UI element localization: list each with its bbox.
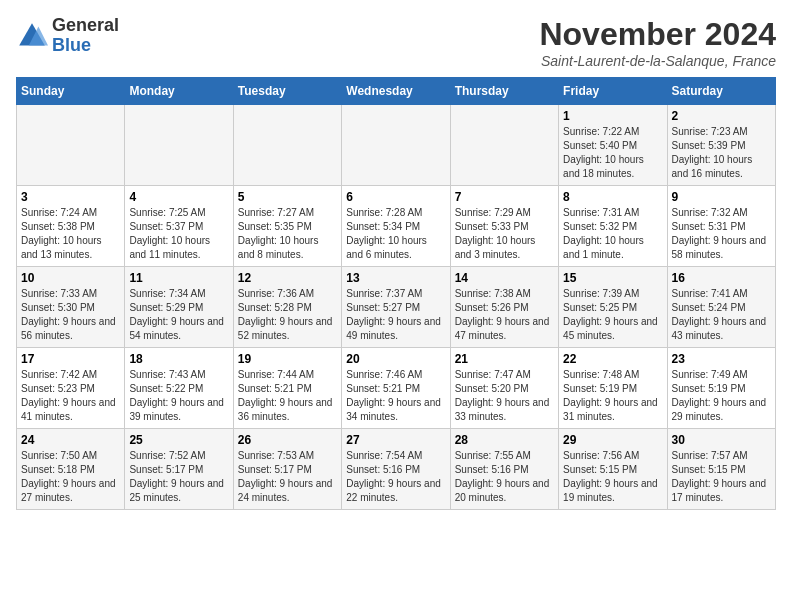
calendar-table: SundayMondayTuesdayWednesdayThursdayFrid…: [16, 77, 776, 510]
calendar-cell: 8Sunrise: 7:31 AM Sunset: 5:32 PM Daylig…: [559, 186, 667, 267]
weekday-header-thursday: Thursday: [450, 78, 558, 105]
day-info: Sunrise: 7:31 AM Sunset: 5:32 PM Dayligh…: [563, 206, 662, 262]
calendar-cell: 28Sunrise: 7:55 AM Sunset: 5:16 PM Dayli…: [450, 429, 558, 510]
day-info: Sunrise: 7:28 AM Sunset: 5:34 PM Dayligh…: [346, 206, 445, 262]
calendar-header: SundayMondayTuesdayWednesdayThursdayFrid…: [17, 78, 776, 105]
day-number: 5: [238, 190, 337, 204]
day-info: Sunrise: 7:27 AM Sunset: 5:35 PM Dayligh…: [238, 206, 337, 262]
calendar-cell: 23Sunrise: 7:49 AM Sunset: 5:19 PM Dayli…: [667, 348, 775, 429]
day-info: Sunrise: 7:23 AM Sunset: 5:39 PM Dayligh…: [672, 125, 771, 181]
weekday-header-tuesday: Tuesday: [233, 78, 341, 105]
day-info: Sunrise: 7:25 AM Sunset: 5:37 PM Dayligh…: [129, 206, 228, 262]
day-number: 17: [21, 352, 120, 366]
calendar-week-3: 10Sunrise: 7:33 AM Sunset: 5:30 PM Dayli…: [17, 267, 776, 348]
day-number: 25: [129, 433, 228, 447]
day-info: Sunrise: 7:49 AM Sunset: 5:19 PM Dayligh…: [672, 368, 771, 424]
calendar-week-1: 1Sunrise: 7:22 AM Sunset: 5:40 PM Daylig…: [17, 105, 776, 186]
day-info: Sunrise: 7:56 AM Sunset: 5:15 PM Dayligh…: [563, 449, 662, 505]
calendar-cell: 3Sunrise: 7:24 AM Sunset: 5:38 PM Daylig…: [17, 186, 125, 267]
calendar-cell: 29Sunrise: 7:56 AM Sunset: 5:15 PM Dayli…: [559, 429, 667, 510]
day-number: 18: [129, 352, 228, 366]
calendar-cell: 6Sunrise: 7:28 AM Sunset: 5:34 PM Daylig…: [342, 186, 450, 267]
day-info: Sunrise: 7:46 AM Sunset: 5:21 PM Dayligh…: [346, 368, 445, 424]
day-info: Sunrise: 7:42 AM Sunset: 5:23 PM Dayligh…: [21, 368, 120, 424]
calendar-cell: 4Sunrise: 7:25 AM Sunset: 5:37 PM Daylig…: [125, 186, 233, 267]
weekday-header-sunday: Sunday: [17, 78, 125, 105]
location: Saint-Laurent-de-la-Salanque, France: [539, 53, 776, 69]
day-number: 8: [563, 190, 662, 204]
day-info: Sunrise: 7:29 AM Sunset: 5:33 PM Dayligh…: [455, 206, 554, 262]
calendar-cell: 27Sunrise: 7:54 AM Sunset: 5:16 PM Dayli…: [342, 429, 450, 510]
day-info: Sunrise: 7:38 AM Sunset: 5:26 PM Dayligh…: [455, 287, 554, 343]
calendar-cell: 21Sunrise: 7:47 AM Sunset: 5:20 PM Dayli…: [450, 348, 558, 429]
day-info: Sunrise: 7:50 AM Sunset: 5:18 PM Dayligh…: [21, 449, 120, 505]
calendar-cell: 5Sunrise: 7:27 AM Sunset: 5:35 PM Daylig…: [233, 186, 341, 267]
day-info: Sunrise: 7:48 AM Sunset: 5:19 PM Dayligh…: [563, 368, 662, 424]
weekday-header-friday: Friday: [559, 78, 667, 105]
calendar-week-4: 17Sunrise: 7:42 AM Sunset: 5:23 PM Dayli…: [17, 348, 776, 429]
day-info: Sunrise: 7:54 AM Sunset: 5:16 PM Dayligh…: [346, 449, 445, 505]
day-info: Sunrise: 7:34 AM Sunset: 5:29 PM Dayligh…: [129, 287, 228, 343]
calendar-cell: 16Sunrise: 7:41 AM Sunset: 5:24 PM Dayli…: [667, 267, 775, 348]
day-info: Sunrise: 7:24 AM Sunset: 5:38 PM Dayligh…: [21, 206, 120, 262]
calendar-cell: 18Sunrise: 7:43 AM Sunset: 5:22 PM Dayli…: [125, 348, 233, 429]
calendar-cell: [342, 105, 450, 186]
calendar-cell: 22Sunrise: 7:48 AM Sunset: 5:19 PM Dayli…: [559, 348, 667, 429]
calendar-cell: 9Sunrise: 7:32 AM Sunset: 5:31 PM Daylig…: [667, 186, 775, 267]
day-number: 26: [238, 433, 337, 447]
logo-icon: [16, 20, 48, 52]
day-number: 20: [346, 352, 445, 366]
day-number: 2: [672, 109, 771, 123]
day-info: Sunrise: 7:53 AM Sunset: 5:17 PM Dayligh…: [238, 449, 337, 505]
calendar-cell: 14Sunrise: 7:38 AM Sunset: 5:26 PM Dayli…: [450, 267, 558, 348]
weekday-header-monday: Monday: [125, 78, 233, 105]
day-number: 28: [455, 433, 554, 447]
day-number: 1: [563, 109, 662, 123]
day-info: Sunrise: 7:57 AM Sunset: 5:15 PM Dayligh…: [672, 449, 771, 505]
day-info: Sunrise: 7:37 AM Sunset: 5:27 PM Dayligh…: [346, 287, 445, 343]
logo: General Blue: [16, 16, 119, 56]
day-number: 13: [346, 271, 445, 285]
calendar-cell: 13Sunrise: 7:37 AM Sunset: 5:27 PM Dayli…: [342, 267, 450, 348]
calendar-cell: [233, 105, 341, 186]
calendar-cell: 17Sunrise: 7:42 AM Sunset: 5:23 PM Dayli…: [17, 348, 125, 429]
calendar-cell: 2Sunrise: 7:23 AM Sunset: 5:39 PM Daylig…: [667, 105, 775, 186]
day-info: Sunrise: 7:52 AM Sunset: 5:17 PM Dayligh…: [129, 449, 228, 505]
day-info: Sunrise: 7:43 AM Sunset: 5:22 PM Dayligh…: [129, 368, 228, 424]
day-number: 23: [672, 352, 771, 366]
calendar-week-5: 24Sunrise: 7:50 AM Sunset: 5:18 PM Dayli…: [17, 429, 776, 510]
calendar-week-2: 3Sunrise: 7:24 AM Sunset: 5:38 PM Daylig…: [17, 186, 776, 267]
day-info: Sunrise: 7:55 AM Sunset: 5:16 PM Dayligh…: [455, 449, 554, 505]
day-number: 11: [129, 271, 228, 285]
month-title: November 2024: [539, 16, 776, 53]
calendar-cell: 10Sunrise: 7:33 AM Sunset: 5:30 PM Dayli…: [17, 267, 125, 348]
calendar-body: 1Sunrise: 7:22 AM Sunset: 5:40 PM Daylig…: [17, 105, 776, 510]
weekday-header-wednesday: Wednesday: [342, 78, 450, 105]
day-number: 3: [21, 190, 120, 204]
day-number: 29: [563, 433, 662, 447]
day-number: 10: [21, 271, 120, 285]
calendar-cell: 7Sunrise: 7:29 AM Sunset: 5:33 PM Daylig…: [450, 186, 558, 267]
calendar-cell: [125, 105, 233, 186]
day-info: Sunrise: 7:39 AM Sunset: 5:25 PM Dayligh…: [563, 287, 662, 343]
calendar-cell: 19Sunrise: 7:44 AM Sunset: 5:21 PM Dayli…: [233, 348, 341, 429]
calendar-cell: 12Sunrise: 7:36 AM Sunset: 5:28 PM Dayli…: [233, 267, 341, 348]
calendar-cell: 20Sunrise: 7:46 AM Sunset: 5:21 PM Dayli…: [342, 348, 450, 429]
day-number: 9: [672, 190, 771, 204]
day-number: 16: [672, 271, 771, 285]
day-info: Sunrise: 7:41 AM Sunset: 5:24 PM Dayligh…: [672, 287, 771, 343]
calendar-cell: 24Sunrise: 7:50 AM Sunset: 5:18 PM Dayli…: [17, 429, 125, 510]
day-number: 15: [563, 271, 662, 285]
day-number: 7: [455, 190, 554, 204]
day-number: 22: [563, 352, 662, 366]
day-number: 24: [21, 433, 120, 447]
title-area: November 2024 Saint-Laurent-de-la-Salanq…: [539, 16, 776, 69]
day-number: 4: [129, 190, 228, 204]
calendar-cell: 11Sunrise: 7:34 AM Sunset: 5:29 PM Dayli…: [125, 267, 233, 348]
day-number: 30: [672, 433, 771, 447]
day-info: Sunrise: 7:47 AM Sunset: 5:20 PM Dayligh…: [455, 368, 554, 424]
calendar-cell: [450, 105, 558, 186]
page-header: General Blue November 2024 Saint-Laurent…: [16, 16, 776, 69]
day-number: 6: [346, 190, 445, 204]
logo-text: General Blue: [52, 16, 119, 56]
